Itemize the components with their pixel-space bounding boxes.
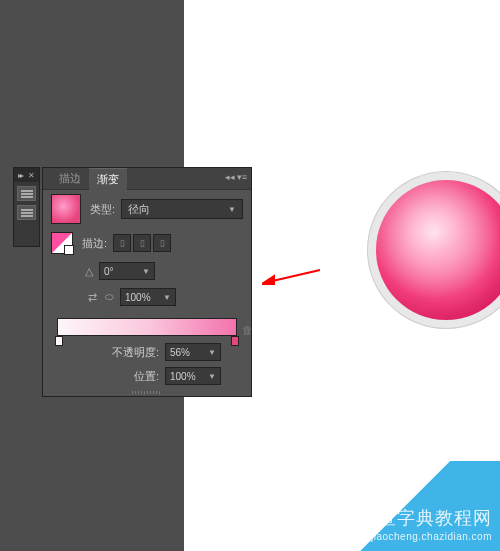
type-value: 径向 xyxy=(128,202,150,217)
collapse-arrows-icon: ▸▸ xyxy=(18,171,22,180)
gradient-ramp[interactable] xyxy=(57,318,237,336)
tab-gradient[interactable]: 渐变 xyxy=(89,168,127,190)
stroke-align-group: ▯ ▯ ▯ xyxy=(113,234,171,252)
gradient-swatch[interactable] xyxy=(51,194,81,224)
opacity-label: 不透明度: xyxy=(112,345,159,360)
angle-value: 0° xyxy=(104,266,114,277)
reverse-gradient-icon[interactable]: ⇄ xyxy=(85,290,99,304)
grip-icon xyxy=(132,391,162,394)
gradient-panel: 描边 渐变 ◂◂ ▾≡ 类型: 径向 ▼ 描边: ▯ ▯ ▯ △ 0° ▼ ⇄ … xyxy=(42,167,252,397)
type-dropdown[interactable]: 径向 ▼ xyxy=(121,199,243,219)
svg-marker-1 xyxy=(262,276,274,284)
chevron-down-icon: ▼ xyxy=(208,372,216,381)
position-value: 100% xyxy=(170,371,196,382)
watermark-sub: jiaocheng.chazidian.com xyxy=(371,530,492,543)
dock-panel-button-1[interactable] xyxy=(17,186,36,201)
chevron-down-icon: ▼ xyxy=(163,293,171,302)
aspect-ratio-icon: ⬭ xyxy=(105,291,114,303)
type-label: 类型: xyxy=(87,202,115,217)
stroke-align-2[interactable]: ▯ xyxy=(133,234,151,252)
stroke-label: 描边: xyxy=(79,236,107,251)
watermark-main: 查字典教程网 xyxy=(378,508,492,528)
dock-panel-button-2[interactable] xyxy=(17,205,36,220)
panel-menu-icon[interactable]: ▾≡ xyxy=(237,172,247,182)
lines-icon xyxy=(21,193,33,195)
stroke-align-3[interactable]: ▯ xyxy=(153,234,171,252)
position-label: 位置: xyxy=(134,369,159,384)
angle-icon: △ xyxy=(85,265,93,278)
artwork-sphere xyxy=(376,180,500,320)
gradient-stop-left[interactable] xyxy=(55,336,63,346)
fill-stroke-swatch[interactable] xyxy=(51,232,73,254)
panel-resize-grip[interactable] xyxy=(43,388,251,396)
dock-strip: ▸▸ ✕ xyxy=(13,167,40,247)
aspect-ratio-input[interactable]: 100% ▼ xyxy=(120,288,176,306)
gradient-stop-right[interactable] xyxy=(231,336,239,346)
collapse-icon[interactable]: ◂◂ xyxy=(225,172,235,182)
annotation-arrow xyxy=(262,266,322,286)
gradient-slider[interactable]: 🗑 xyxy=(43,310,251,340)
panel-tabs: 描边 渐变 ◂◂ ▾≡ xyxy=(43,168,251,190)
aspect-ratio-value: 100% xyxy=(125,292,151,303)
chevron-down-icon: ▼ xyxy=(208,348,216,357)
trash-icon[interactable]: 🗑 xyxy=(242,324,253,336)
opacity-input[interactable]: 56% ▼ xyxy=(165,343,221,361)
watermark-text: 查字典教程网 jiaocheng.chazidian.com xyxy=(371,507,492,543)
opacity-value: 56% xyxy=(170,347,190,358)
close-icon[interactable]: ✕ xyxy=(28,171,35,180)
dock-header[interactable]: ▸▸ ✕ xyxy=(14,168,39,182)
position-input[interactable]: 100% ▼ xyxy=(165,367,221,385)
lines-icon xyxy=(21,212,33,214)
svg-line-0 xyxy=(268,270,320,282)
angle-input[interactable]: 0° ▼ xyxy=(99,262,155,280)
chevron-down-icon: ▼ xyxy=(228,205,236,214)
stroke-align-1[interactable]: ▯ xyxy=(113,234,131,252)
tab-stroke[interactable]: 描边 xyxy=(51,168,89,189)
chevron-down-icon: ▼ xyxy=(142,267,150,276)
